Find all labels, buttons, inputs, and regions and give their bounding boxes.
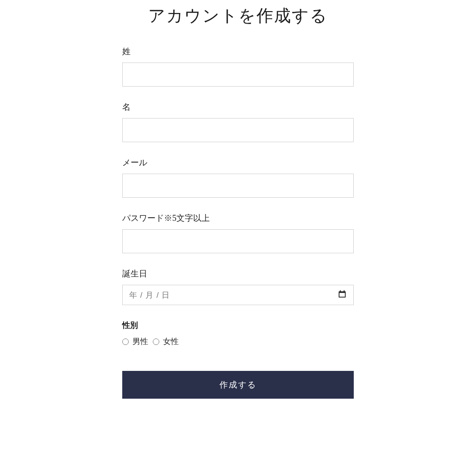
page-title: アカウントを作成する (122, 0, 354, 46)
gender-female-radio[interactable] (153, 338, 159, 345)
gender-radio-group: 男性 女性 (122, 336, 354, 347)
password-label: パスワード※5文字以上 (122, 213, 354, 224)
last-name-label: 姓 (122, 46, 354, 57)
birthday-placeholder: 年 / 月 / 日 (129, 290, 338, 301)
first-name-input[interactable] (122, 118, 354, 142)
email-label: メール (122, 157, 354, 168)
password-input[interactable] (122, 229, 354, 253)
gender-male-radio[interactable] (122, 338, 129, 345)
first-name-label: 名 (122, 101, 354, 113)
gender-label: 性別 (122, 320, 354, 331)
birthday-label: 誕生日 (122, 268, 354, 279)
gender-male-label: 男性 (132, 336, 151, 347)
svg-rect-1 (339, 293, 345, 297)
birthday-input[interactable]: 年 / 月 / 日 (122, 285, 354, 305)
last-name-input[interactable] (122, 63, 354, 87)
email-input[interactable] (122, 174, 354, 198)
calendar-icon (338, 289, 347, 301)
gender-female-label: 女性 (163, 336, 182, 347)
submit-button[interactable]: 作成する (122, 371, 354, 399)
